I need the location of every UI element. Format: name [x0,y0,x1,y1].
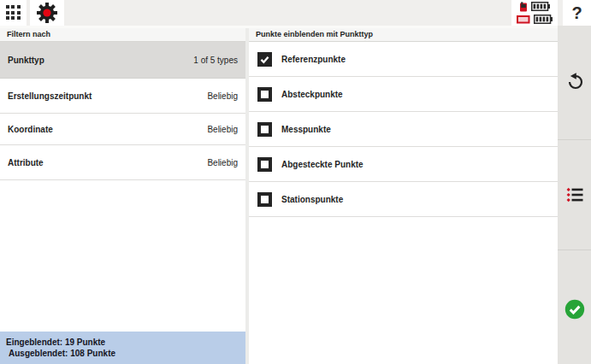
help-button[interactable]: ? [563,0,591,26]
points-visibility-summary: Eingeblendet: 19 Punkte Ausgeblendet: 10… [0,332,245,364]
apps-menu-button[interactable] [0,0,27,26]
checkbox[interactable] [257,87,272,102]
filter-row-value: Beliebig [207,91,238,101]
option-label: Absteckpunkte [281,90,343,99]
filter-row-label: Erstellungszeitpunkt [8,91,92,101]
confirm-button[interactable] [558,289,591,330]
option-messpunkte[interactable]: Messpunkte [249,112,558,147]
checkbox[interactable] [257,192,272,207]
action-sidebar [558,26,591,364]
option-label: Referenzpunkte [281,55,346,64]
filter-row-label: Punkttyp [8,56,44,65]
point-list-icon [564,185,585,205]
check-circle-icon [564,298,586,320]
filter-row-label: Attribute [8,158,44,167]
checkbox[interactable] [257,157,272,172]
checkbox[interactable] [257,52,272,67]
option-referenzpunkte[interactable]: Referenzpunkte [249,42,558,77]
gear-icon [36,2,58,24]
shown-points-count: Eingeblendet: 19 Punkte [6,337,245,348]
option-label: Messpunkte [281,125,331,134]
device-status-button[interactable] [511,0,558,26]
top-bar: ? [0,0,591,26]
checkbox[interactable] [257,122,272,137]
point-type-panel: Punkte einblenden mit Punkttyp Referenzp… [249,28,558,364]
option-label: Abgesteckte Punkte [281,160,363,169]
sidebar-divider [558,139,591,140]
filter-panel-header: Filtern nach [0,28,245,42]
option-stationspunkte[interactable]: Stationspunkte [249,182,558,217]
filter-row-attribute[interactable]: Attribute Beliebig [0,145,245,180]
grid-icon [6,5,21,21]
sidebar-divider [558,250,591,250]
option-label: Stationspunkte [281,195,343,204]
filter-row-punkttyp[interactable]: Punkttyp 1 of 5 types [0,42,245,79]
option-absteckpunkte[interactable]: Absteckpunkte [249,77,558,112]
undo-button[interactable] [558,62,591,103]
filter-panel: Filtern nach Punkttyp 1 of 5 types Erste… [0,28,245,364]
filter-row-label: Koordinate [8,125,53,134]
battery-icon [534,15,553,24]
point-list-button[interactable] [558,174,591,215]
filter-row-value: 1 of 5 types [193,56,238,65]
filter-row-value: Beliebig [207,125,238,134]
controller-icon [519,2,528,12]
prism-icon [517,15,530,24]
battery-icon [531,2,550,11]
settings-button[interactable] [30,0,64,26]
point-type-panel-header: Punkte einblenden mit Punkttyp [249,28,558,42]
undo-icon [564,72,585,92]
option-abgesteckte-punkte[interactable]: Abgesteckte Punkte [249,147,558,182]
checkmark-icon [259,54,270,65]
hidden-points-count: Ausgeblendet: 108 Punkte [9,348,245,359]
filter-row-koordinate[interactable]: Koordinate Beliebig [0,114,245,145]
question-mark-icon: ? [571,3,582,23]
filter-row-value: Beliebig [207,158,238,167]
filter-row-erstellungszeitpunkt[interactable]: Erstellungszeitpunkt Beliebig [0,79,245,114]
